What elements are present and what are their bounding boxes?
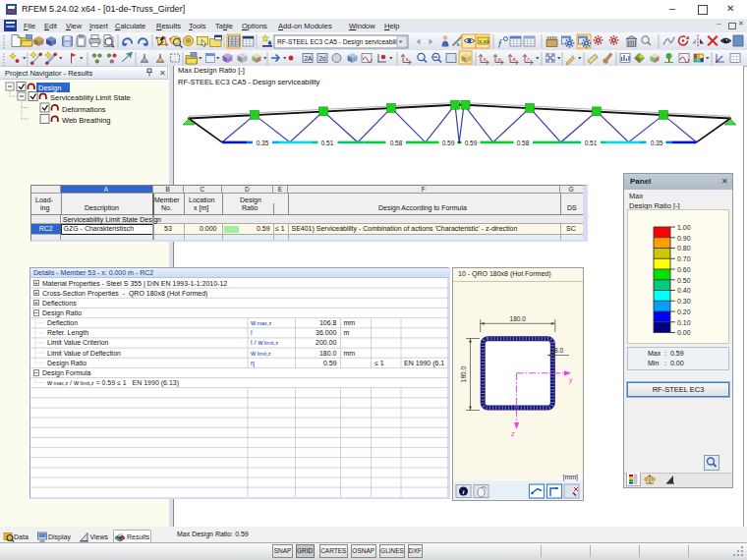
svg-text:z: z <box>510 430 515 437</box>
svg-text:0.60: 0.60 <box>677 266 691 273</box>
svg-text:0.10: 0.10 <box>677 319 691 326</box>
svg-text:y: y <box>568 375 573 383</box>
svg-text:180.0: 180.0 <box>460 365 467 382</box>
svg-text:0.30: 0.30 <box>677 298 691 305</box>
svg-text:0.80: 0.80 <box>677 245 691 252</box>
svg-text:1.00: 1.00 <box>677 224 691 231</box>
svg-text:0.70: 0.70 <box>677 255 691 262</box>
svg-text:0.50: 0.50 <box>677 277 691 284</box>
svg-text:180.0: 180.0 <box>510 314 527 321</box>
svg-text:0.90: 0.90 <box>677 235 691 242</box>
svg-text:0.40: 0.40 <box>677 287 691 294</box>
svg-text:0.20: 0.20 <box>677 308 691 315</box>
svg-text:i: i <box>463 488 465 496</box>
svg-text:0.00: 0.00 <box>677 329 691 336</box>
svg-text:[mm]: [mm] <box>562 474 578 481</box>
svg-text:8.0: 8.0 <box>554 346 563 353</box>
